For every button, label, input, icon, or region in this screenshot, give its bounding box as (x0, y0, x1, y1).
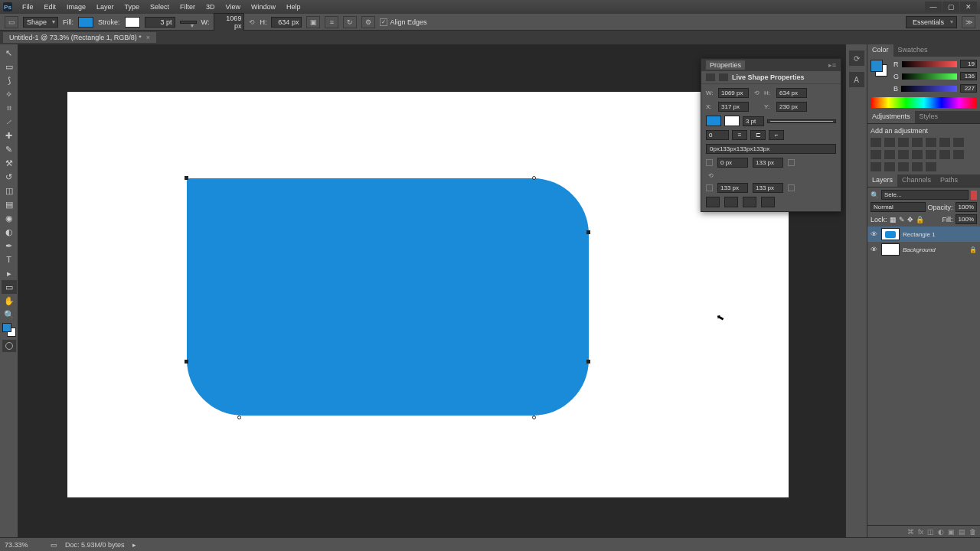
clone-stamp-tool-icon[interactable]: ⚒ (2, 156, 17, 170)
path-selection-tool-icon[interactable]: ▸ (2, 266, 17, 280)
layer-name[interactable]: Rectangle 1 (903, 231, 936, 238)
layer-name[interactable]: Background (903, 246, 936, 253)
menu-3d[interactable]: 3D (201, 2, 220, 12)
workspace-options-icon[interactable]: ≫ (962, 16, 975, 28)
tab-swatches[interactable]: Swatches (893, 44, 933, 57)
shape-handle[interactable] (185, 176, 188, 180)
menu-select[interactable]: Select (145, 2, 175, 12)
shape-handle[interactable] (185, 360, 188, 364)
zoom-tool-icon[interactable]: 🔍 (2, 308, 17, 321)
shape-mode-dropdown[interactable]: Shape (23, 17, 58, 28)
path-op-intersect-icon[interactable] (743, 197, 756, 207)
join-type-dropdown[interactable]: ⌐ (769, 130, 784, 140)
prop-stroke-width-input[interactable]: 3 pt (743, 116, 764, 126)
menu-filter[interactable]: Filter (175, 2, 201, 12)
path-op-exclude-icon[interactable] (761, 197, 775, 207)
visibility-icon[interactable]: 👁 (871, 230, 878, 238)
canvas[interactable]: ⬉ (67, 92, 789, 497)
document-tab[interactable]: Untitled-1 @ 73.3% (Rectangle 1, RGB/8) … (3, 32, 156, 43)
group-icon[interactable]: ▣ (948, 528, 955, 536)
tab-adjustments[interactable]: Adjustments (867, 111, 915, 123)
shape-handle[interactable] (586, 230, 590, 234)
history-panel-icon[interactable]: ⟳ (849, 51, 864, 66)
lock-position-icon[interactable]: ✥ (907, 216, 913, 223)
adjustment-preset-icon[interactable] (871, 162, 881, 171)
quick-mask-button[interactable] (2, 340, 16, 352)
corner-bl-checkbox[interactable] (706, 184, 713, 191)
align-stroke-dropdown[interactable]: ≡ (732, 130, 747, 140)
close-tab-icon[interactable]: × (146, 34, 150, 41)
tab-channels[interactable]: Channels (897, 174, 936, 187)
lock-all-icon[interactable]: 🔒 (916, 216, 924, 223)
tab-styles[interactable]: Styles (915, 111, 943, 123)
layer-filter-dropdown[interactable]: Sele... (881, 190, 969, 200)
b-slider[interactable] (901, 86, 957, 92)
prop-stroke-swatch[interactable] (724, 116, 740, 126)
path-operations-button[interactable]: ▣ (306, 16, 320, 28)
link-wh-icon[interactable]: ⟲ (249, 18, 255, 26)
adjustment-preset-icon[interactable] (898, 138, 909, 147)
menu-window[interactable]: Window (246, 2, 281, 12)
visibility-icon[interactable]: 👁 (871, 246, 878, 253)
adjustment-preset-icon[interactable] (898, 150, 909, 159)
corner-radius-handle[interactable] (237, 416, 241, 419)
adjustment-preset-icon[interactable] (884, 150, 895, 159)
path-op-combine-icon[interactable] (706, 197, 720, 207)
adjustment-preset-icon[interactable] (939, 150, 950, 159)
workspace-switcher[interactable]: Essentials (906, 16, 957, 28)
cap-type-dropdown[interactable]: ⊏ (750, 130, 766, 140)
adjustment-preset-icon[interactable] (953, 138, 964, 147)
layer-style-icon[interactable]: fx (918, 528, 923, 536)
corner-radius-handle[interactable] (532, 416, 536, 419)
layer-mask-icon[interactable]: ◫ (927, 528, 934, 536)
layer-row[interactable]: 👁 Background 🔒 (867, 242, 980, 257)
path-alignment-button[interactable]: ≡ (325, 16, 338, 28)
doc-info[interactable]: Doc: 5.93M/0 bytes (65, 541, 125, 549)
path-op-subtract-icon[interactable] (724, 197, 738, 207)
stroke-swatch[interactable] (125, 17, 140, 28)
tab-layers[interactable]: Layers (867, 174, 897, 187)
adjustment-preset-icon[interactable] (871, 138, 881, 147)
lock-pixels-icon[interactable]: ✎ (899, 216, 905, 223)
menu-view[interactable]: View (220, 2, 246, 12)
opacity-input[interactable]: 100% (956, 202, 977, 212)
type-tool-icon[interactable]: T (2, 253, 17, 266)
adjustment-preset-icon[interactable] (884, 162, 895, 171)
brush-tool-icon[interactable]: ✎ (2, 142, 17, 156)
adjustment-preset-icon[interactable] (912, 162, 923, 171)
corner-tl-input[interactable]: 0 px (717, 158, 748, 168)
prop-inset-input[interactable]: 0 (706, 130, 729, 140)
menu-edit[interactable]: Edit (39, 2, 62, 12)
panel-menu-icon[interactable]: ▸≡ (828, 61, 836, 69)
tab-color[interactable]: Color (867, 44, 893, 57)
tool-preset-picker[interactable]: ▭ (5, 16, 18, 28)
corner-tr-checkbox[interactable] (788, 159, 795, 166)
fill-input[interactable]: 100% (956, 214, 977, 224)
layer-row[interactable]: 👁 Rectangle 1 (867, 227, 980, 242)
prop-stroke-style[interactable] (767, 119, 836, 123)
menu-type[interactable]: Type (119, 2, 145, 12)
prop-fill-swatch[interactable] (706, 116, 721, 126)
corner-tl-checkbox[interactable] (706, 159, 713, 166)
gradient-tool-icon[interactable]: ▤ (2, 197, 17, 211)
layer-thumbnail[interactable] (881, 228, 900, 240)
g-value-input[interactable]: 136 (960, 72, 977, 80)
menu-layer[interactable]: Layer (91, 2, 119, 12)
history-brush-tool-icon[interactable]: ↺ (2, 170, 17, 184)
adjustment-preset-icon[interactable] (912, 150, 923, 159)
hand-tool-icon[interactable]: ✋ (2, 294, 17, 308)
magic-wand-tool-icon[interactable]: ✧ (2, 87, 17, 101)
align-edges-checkbox[interactable]: ✓Align Edges (380, 18, 426, 26)
corner-br-input[interactable]: 133 px (753, 183, 783, 193)
close-button[interactable]: ✕ (960, 2, 977, 12)
maximize-button[interactable]: ▢ (942, 2, 959, 12)
adjustment-preset-icon[interactable] (871, 150, 881, 159)
chevron-right-icon[interactable]: ▸ (132, 541, 136, 549)
link-layers-icon[interactable]: ⌘ (907, 528, 914, 536)
marquee-tool-icon[interactable]: ▭ (2, 60, 17, 73)
pen-tool-icon[interactable]: ✒ (2, 239, 17, 253)
corner-bl-input[interactable]: 133 px (717, 183, 748, 193)
fill-swatch[interactable] (78, 17, 93, 28)
dodge-tool-icon[interactable]: ◐ (2, 225, 17, 239)
move-tool-icon[interactable]: ↖ (2, 46, 17, 60)
